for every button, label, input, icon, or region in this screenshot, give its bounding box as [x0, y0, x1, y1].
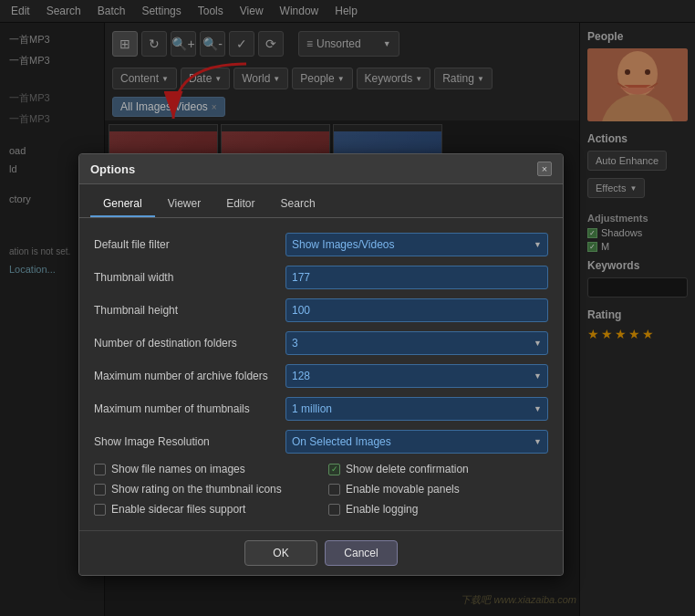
cancel-button[interactable]: Cancel	[325, 540, 398, 566]
field-dest-folders-label: Number of destination folders	[94, 337, 285, 350]
field-thumbnail-width: Thumbnail width 177	[94, 266, 548, 289]
field-archive-folders-value: 128	[292, 370, 310, 382]
field-archive-folders: Maximum number of archive folders 128	[94, 364, 548, 388]
tab-editor[interactable]: Editor	[213, 192, 267, 217]
chk-show-delete-confirm: ✓ Show delete confirmation	[328, 463, 548, 475]
options-dialog: Options × General Viewer Editor Search D…	[78, 153, 564, 576]
field-default-file-filter: Default file filter Show Images/Videos	[94, 233, 548, 256]
dialog-titlebar: Options ×	[79, 154, 563, 184]
chk-show-delete-confirm-label: Show delete confirmation	[346, 463, 469, 475]
field-default-file-filter-control[interactable]: Show Images/Videos	[285, 233, 548, 256]
field-archive-folders-control[interactable]: 128	[285, 364, 548, 388]
field-thumbnail-height-label: Thumbnail height	[94, 304, 285, 317]
chk-logging: Enable logging	[328, 503, 548, 516]
field-default-file-filter-value: Show Images/Videos	[292, 238, 395, 251]
checkboxes-section: Show file names on images ✓ Show delete …	[94, 463, 548, 516]
dialog-body: Default file filter Show Images/Videos T…	[79, 218, 563, 530]
chk-show-filenames-label: Show file names on images	[111, 463, 245, 475]
field-max-thumbnails: Maximum number of thumbnails 1 million	[94, 397, 548, 421]
field-max-thumbnails-label: Maximum number of thumbnails	[94, 402, 285, 415]
chk-logging-box[interactable]	[328, 504, 340, 516]
chk-sidecar-box[interactable]	[94, 504, 106, 516]
chk-show-rating-label: Show rating on the thumbnail icons	[111, 483, 282, 496]
chk-show-rating-box[interactable]	[94, 484, 106, 496]
field-default-file-filter-label: Default file filter	[94, 238, 285, 251]
field-max-thumbnails-value: 1 million	[292, 402, 332, 415]
dialog-footer: OK Cancel	[79, 530, 563, 575]
field-thumbnail-height: Thumbnail height 100	[94, 298, 548, 322]
field-show-resolution-control[interactable]: On Selected Images	[285, 430, 548, 454]
chk-show-filenames: Show file names on images	[94, 463, 314, 475]
field-thumbnail-width-label: Thumbnail width	[94, 271, 285, 284]
chk-movable-panels-label: Enable movable panels	[346, 483, 460, 496]
tab-viewer[interactable]: Viewer	[155, 192, 213, 217]
field-thumbnail-height-control[interactable]: 100	[285, 298, 548, 322]
field-dest-folders-control[interactable]: 3	[285, 331, 548, 355]
field-dest-folders-value: 3	[292, 337, 298, 350]
ok-button[interactable]: OK	[244, 540, 317, 566]
field-archive-folders-label: Maximum number of archive folders	[94, 370, 285, 382]
chk-movable-panels-box[interactable]	[328, 484, 340, 496]
field-thumbnail-width-value: 177	[292, 271, 310, 284]
chk-show-delete-confirm-box[interactable]: ✓	[328, 464, 340, 475]
field-show-resolution: Show Image Resolution On Selected Images	[94, 430, 548, 454]
chk-show-filenames-box[interactable]	[94, 464, 106, 475]
dialog-close-button[interactable]: ×	[537, 162, 552, 176]
field-show-resolution-value: On Selected Images	[292, 435, 391, 448]
chk-movable-panels: Enable movable panels	[328, 483, 548, 496]
field-thumbnail-height-value: 100	[292, 304, 310, 317]
chk-sidecar: Enable sidecar files support	[94, 503, 314, 516]
chk-show-rating: Show rating on the thumbnail icons	[94, 483, 314, 496]
tab-search[interactable]: Search	[268, 192, 328, 217]
field-thumbnail-width-control[interactable]: 177	[285, 266, 548, 289]
chk-sidecar-label: Enable sidecar files support	[111, 503, 245, 516]
field-dest-folders: Number of destination folders 3	[94, 331, 548, 355]
field-max-thumbnails-control[interactable]: 1 million	[285, 397, 548, 421]
chk-logging-label: Enable logging	[346, 503, 418, 516]
field-show-resolution-label: Show Image Resolution	[94, 435, 285, 448]
dialog-title: Options	[90, 162, 135, 176]
dialog-tabs: General Viewer Editor Search	[79, 184, 563, 218]
tab-general[interactable]: General	[90, 192, 155, 217]
